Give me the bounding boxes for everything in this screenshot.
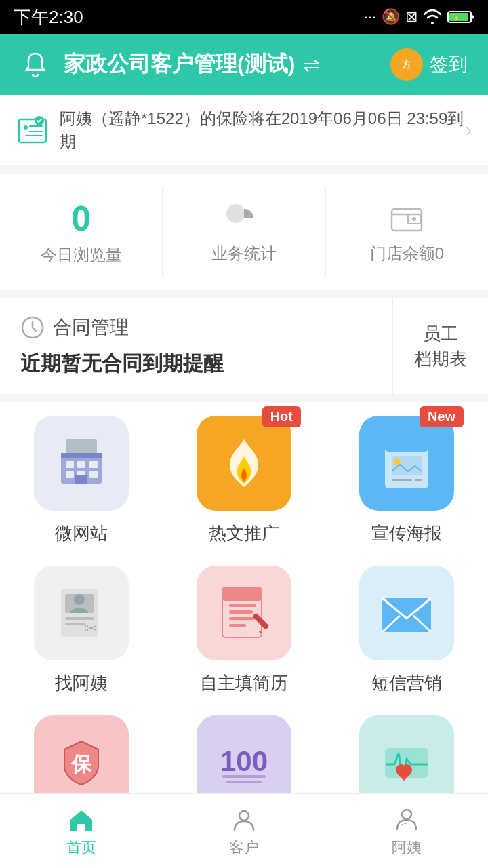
svg-point-6: [24, 125, 28, 130]
ayi-icon: [392, 805, 422, 835]
svg-text:⚡: ⚡: [453, 14, 461, 22]
svg-rect-38: [229, 617, 255, 620]
contract-title: 合同管理: [53, 315, 129, 340]
svg-text:保: 保: [70, 753, 93, 775]
resume-icon-wrap: [197, 566, 291, 660]
svg-rect-36: [229, 604, 256, 607]
nav-customer[interactable]: 客户: [163, 797, 325, 866]
stat-balance[interactable]: 门店余额0: [326, 187, 488, 277]
wallet-icon: [388, 199, 426, 237]
svg-rect-18: [66, 471, 74, 478]
notification-bar[interactable]: 阿姨（遥静*1522）的保险将在2019年06月06日 23:59到期 ›: [0, 95, 488, 165]
resume-label: 自主填简历: [200, 671, 288, 695]
side-label: 员工档期表: [414, 321, 467, 371]
swap-icon[interactable]: ⇌: [303, 53, 320, 77]
sms-label: 短信营销: [371, 671, 442, 695]
svg-point-10: [412, 217, 416, 221]
hotpost-label: 热文推广: [209, 521, 279, 545]
wifi-icon: [423, 9, 442, 24]
bell-button[interactable]: [20, 50, 50, 79]
header-left: 家政公司客户管理(测试) ⇌: [20, 50, 320, 79]
svg-rect-27: [415, 479, 422, 481]
balance-label: 门店余额0: [370, 243, 444, 264]
poster-label: 宣传海报: [371, 521, 442, 545]
contract-main[interactable]: 合同管理 近期暂无合同到期提醒: [0, 298, 393, 394]
contract-subtitle: 近期暂无合同到期提醒: [20, 350, 372, 378]
svg-rect-32: [65, 623, 85, 625]
svg-point-53: [402, 810, 411, 819]
svg-text:100: 100: [220, 745, 268, 777]
clock-icon: [20, 315, 45, 340]
svg-rect-16: [77, 461, 85, 468]
header: 家政公司客户管理(测试) ⇌ 方 签到: [0, 34, 488, 95]
fire-icon-wrap: Hot: [197, 416, 291, 511]
status-icons: ··· 🔕 ⊠ ⚡: [364, 8, 474, 26]
svg-rect-39: [229, 624, 246, 627]
chart-icon: [225, 199, 263, 237]
status-bar: 下午2:30 ··· 🔕 ⊠ ⚡: [0, 0, 488, 34]
svg-point-30: [74, 594, 85, 605]
svg-rect-8: [392, 209, 422, 231]
grid-row-1: 微网站 Hot 热文推广 New: [0, 416, 488, 545]
bottom-nav: 首页 客户 阿姨: [0, 793, 488, 868]
svg-rect-17: [89, 461, 98, 468]
nav-customer-label: 客户: [229, 837, 259, 858]
contract-section: 合同管理 近期暂无合同到期提醒 员工档期表: [0, 298, 488, 394]
contract-side[interactable]: 员工档期表: [393, 298, 488, 394]
business-label: 业务统计: [211, 243, 277, 264]
poster-icon-wrap: New: [359, 416, 454, 511]
stat-business[interactable]: 业务统计: [163, 187, 325, 277]
svg-rect-26: [392, 479, 412, 481]
svg-rect-35: [222, 587, 262, 601]
findayi-icon-wrap: ✂: [34, 566, 129, 660]
svg-rect-20: [89, 471, 98, 478]
nav-ayi-label: 阿姨: [392, 837, 422, 858]
findayi-label: 找阿姨: [55, 671, 108, 695]
hot-badge: Hot: [262, 406, 301, 427]
svg-rect-49: [226, 781, 262, 783]
svg-rect-37: [229, 610, 253, 614]
signal-icon: ···: [364, 8, 376, 26]
home-icon: [66, 805, 96, 835]
sign-button[interactable]: 签到: [430, 52, 468, 77]
views-number: 0: [71, 198, 91, 239]
views-label: 今日浏览量: [41, 244, 122, 266]
nav-home[interactable]: 首页: [0, 797, 163, 866]
svg-rect-21: [75, 475, 87, 484]
grid-item-sms[interactable]: 短信营销: [339, 566, 474, 695]
header-right: 方 签到: [390, 48, 468, 81]
webs-label: 微网站: [55, 521, 108, 545]
grid-item-poster[interactable]: New 宣传海报: [339, 416, 474, 545]
svg-text:方: 方: [401, 59, 412, 70]
mute-icon: 🔕: [382, 8, 400, 26]
stats-section: 0 今日浏览量 业务统计 门店余额0: [0, 174, 488, 290]
grid-item-hotpost[interactable]: Hot 热文推广: [176, 416, 312, 545]
coin-icon: 方: [390, 48, 423, 81]
battery-icon: ⚡: [447, 9, 474, 24]
new-badge: New: [420, 406, 464, 427]
svg-point-52: [239, 811, 249, 821]
sms-icon-wrap: [359, 566, 454, 660]
grid-item-resume[interactable]: 自主填简历: [176, 566, 312, 695]
grid-row-2: ✂ 找阿姨 自主填简历: [0, 566, 488, 695]
svg-text:✂: ✂: [85, 620, 97, 637]
nav-home-label: 首页: [66, 837, 96, 858]
svg-rect-23: [385, 439, 428, 452]
header-title: 家政公司客户管理(测试): [64, 50, 295, 79]
notif-text: 阿姨（遥静*1522）的保险将在2019年06月06日 23:59到期: [60, 107, 466, 153]
svg-rect-15: [66, 461, 74, 468]
building-icon-wrap: [34, 416, 129, 511]
nav-ayi[interactable]: 阿姨: [325, 797, 488, 866]
notif-arrow: ›: [466, 119, 472, 141]
stat-views[interactable]: 0 今日浏览量: [0, 187, 163, 277]
notif-icon: [16, 114, 49, 146]
grid-item-webs[interactable]: 微网站: [14, 416, 149, 545]
svg-rect-14: [61, 453, 102, 458]
svg-rect-48: [222, 775, 266, 778]
customer-icon: [229, 805, 259, 835]
grid-item-findayi[interactable]: ✂ 找阿姨: [14, 566, 149, 695]
sim-icon: ⊠: [405, 8, 418, 26]
contract-header: 合同管理: [20, 315, 372, 340]
status-time: 下午2:30: [14, 5, 83, 29]
